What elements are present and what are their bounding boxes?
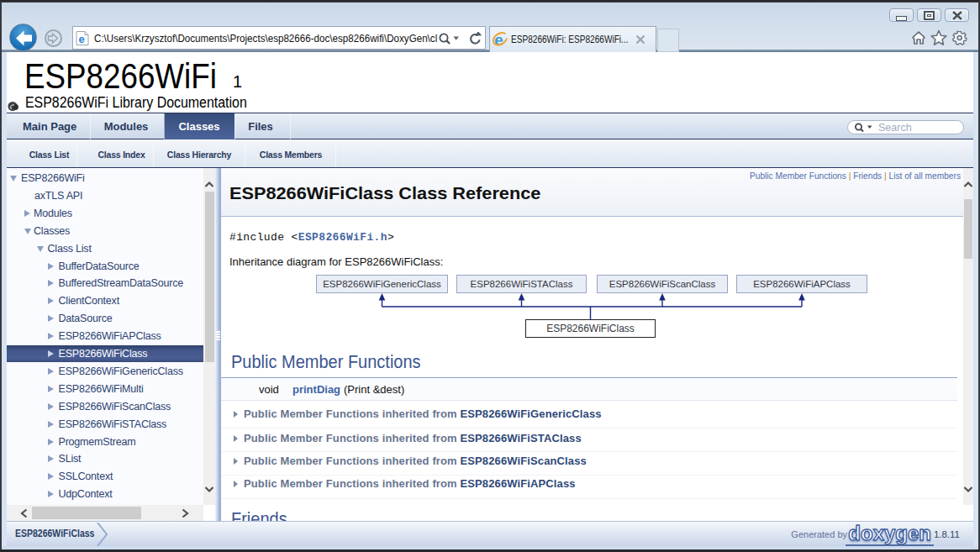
svg-text:e: e (78, 33, 84, 45)
